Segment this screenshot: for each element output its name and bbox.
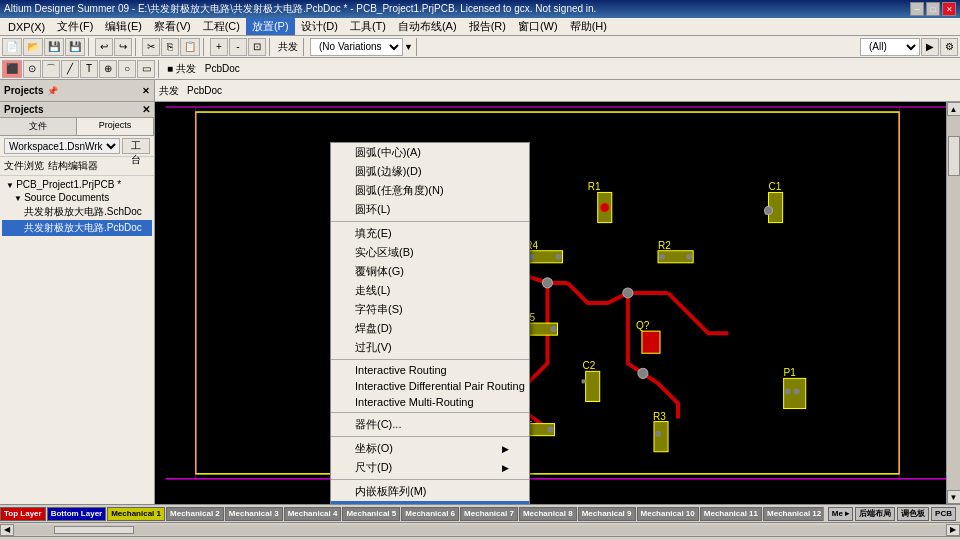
cm-diff-pair-routing[interactable]: Interactive Differential Pair Routing [331, 378, 529, 394]
lp-tab-files[interactable]: 文件 [0, 118, 77, 135]
layer-option3[interactable]: PCB [931, 507, 956, 521]
scroll-right-btn[interactable]: ▶ [946, 524, 960, 536]
menu-design[interactable]: 设计(D) [295, 18, 344, 35]
h-scrollbar[interactable]: ◀ ▶ [0, 522, 960, 536]
cm-polygon-pour[interactable]: 多边形数据(G)... [331, 501, 529, 504]
close-panel-icon[interactable]: ✕ [142, 86, 150, 96]
cm-dimension[interactable]: 尺寸(D)▶ [331, 458, 529, 477]
layer-mech1[interactable]: Mechanical 1 [107, 507, 165, 521]
cm-coordinate[interactable]: 坐标(O)▶ [331, 439, 529, 458]
all-dropdown[interactable]: (All) [860, 38, 920, 56]
toolbar-place1[interactable]: ⬛ [2, 60, 22, 78]
scroll-left-btn[interactable]: ◀ [0, 524, 14, 536]
layer-mech9[interactable]: Mechanical 9 [578, 507, 636, 521]
tree-sch-doc[interactable]: 共发射极放大电路.SchDoc [2, 204, 152, 220]
toolbar-zoom-in[interactable]: + [210, 38, 228, 56]
cm-interactive-routing[interactable]: Interactive Routing [331, 362, 529, 378]
cm-fill[interactable]: 填充(E) [331, 224, 529, 243]
scroll-down-btn[interactable]: ▼ [947, 490, 961, 504]
h-scroll-thumb[interactable] [54, 526, 134, 534]
cm-circle[interactable]: 圆环(L) [331, 200, 529, 219]
layer-mech4[interactable]: Mechanical 4 [284, 507, 342, 521]
cm-pad[interactable]: 焊盘(D) [331, 319, 529, 338]
toolbar-undo[interactable]: ↩ [95, 38, 113, 56]
menu-help[interactable]: 帮助(H) [564, 18, 613, 35]
toolbar-place8[interactable]: ▭ [137, 60, 155, 78]
menu-autoroute[interactable]: 自动布线(A) [392, 18, 463, 35]
toolbar-save-all[interactable]: 💾 [65, 38, 85, 56]
toolbar-place7[interactable]: ○ [118, 60, 136, 78]
layer-option1[interactable]: 后端布局 [855, 507, 895, 521]
toolbar-place4[interactable]: ╱ [61, 60, 79, 78]
cm-arc-center[interactable]: 圆弧(中心)(A) [331, 143, 529, 162]
menu-report[interactable]: 报告(R) [463, 18, 512, 35]
file-browse-btn[interactable]: 文件浏览 [4, 159, 44, 173]
pcb-canvas-area[interactable]: R1 C1 R2 R4 [155, 102, 960, 504]
menu-place[interactable]: 放置(P) [246, 18, 295, 35]
toolbar-save[interactable]: 💾 [44, 38, 64, 56]
scroll-up-btn[interactable]: ▲ [947, 102, 961, 116]
minimize-button[interactable]: ─ [910, 2, 924, 16]
struct-edit-btn[interactable]: 结构编辑器 [48, 159, 98, 173]
layer-bottom[interactable]: Bottom Layer [47, 507, 107, 521]
toolbar-redo[interactable]: ↪ [114, 38, 132, 56]
layer-mech10[interactable]: Mechanical 10 [637, 507, 699, 521]
h-scroll-track[interactable] [14, 525, 946, 535]
layer-more[interactable]: Me ▸ [828, 507, 853, 521]
scroll-thumb[interactable] [948, 136, 960, 176]
pin-icon[interactable]: 📌 [47, 86, 58, 96]
cm-component[interactable]: 器件(C)... [331, 415, 529, 434]
tree-source-docs[interactable]: Source Documents [2, 191, 152, 204]
panel-close-icon[interactable]: ✕ [142, 104, 150, 115]
menu-project[interactable]: 工程(C) [197, 18, 246, 35]
cm-arc-any[interactable]: 圆弧(任意角度)(N) [331, 181, 529, 200]
menu-tools[interactable]: 工具(T) [344, 18, 392, 35]
layer-mech8[interactable]: Mechanical 8 [519, 507, 577, 521]
toolbar-cut[interactable]: ✂ [142, 38, 160, 56]
layer-option2[interactable]: 调色板 [897, 507, 929, 521]
layer-mech5[interactable]: Mechanical 5 [342, 507, 400, 521]
toolbar-place3[interactable]: ⌒ [42, 60, 60, 78]
right-scrollbar[interactable]: ▲ ▼ [946, 102, 960, 504]
toolbar-place6[interactable]: ⊕ [99, 60, 117, 78]
cm-trace[interactable]: 走线(L) [331, 281, 529, 300]
toolbar-zoom-out[interactable]: - [229, 38, 247, 56]
variations-dropdown[interactable]: (No Variations [310, 38, 403, 56]
layer-mech6[interactable]: Mechanical 6 [401, 507, 459, 521]
menu-dxp[interactable]: DXP(X) [2, 20, 51, 34]
cm-solid-region[interactable]: 实心区域(B) [331, 243, 529, 262]
toolbar-paste[interactable]: 📋 [180, 38, 200, 56]
toolbar-place2[interactable]: ⊙ [23, 60, 41, 78]
layer-mech7[interactable]: Mechanical 7 [460, 507, 518, 521]
scroll-track[interactable] [947, 116, 961, 490]
toolbar-place5[interactable]: T [80, 60, 98, 78]
layer-mech11[interactable]: Mechanical 11 [700, 507, 762, 521]
cm-multi-routing[interactable]: Interactive Multi-Routing [331, 394, 529, 410]
layer-mech2[interactable]: Mechanical 2 [166, 507, 224, 521]
cm-via[interactable]: 过孔(V) [331, 338, 529, 357]
maximize-button[interactable]: □ [926, 2, 940, 16]
toolbar-settings[interactable]: ⚙ [940, 38, 958, 56]
tree-project[interactable]: PCB_Project1.PrjPCB * [2, 178, 152, 191]
toolbar-new[interactable]: 📄 [2, 38, 22, 56]
menu-window[interactable]: 窗口(W) [512, 18, 564, 35]
layer-top[interactable]: Top Layer [0, 507, 46, 521]
menu-view[interactable]: 察看(V) [148, 18, 197, 35]
cm-copper-pour[interactable]: 覆铜体(G) [331, 262, 529, 281]
tree-pcb-doc[interactable]: 共发射极放大电路.PcbDoc [2, 220, 152, 236]
toolbar-open[interactable]: 📂 [23, 38, 43, 56]
cm-string[interactable]: 字符串(S) [331, 300, 529, 319]
menu-file[interactable]: 文件(F) [51, 18, 99, 35]
layer-mech12[interactable]: Mechanical 12 [763, 507, 823, 521]
toolbar-copy[interactable]: ⎘ [161, 38, 179, 56]
menu-edit[interactable]: 编辑(E) [99, 18, 148, 35]
layer-mech3[interactable]: Mechanical 3 [225, 507, 283, 521]
cm-embedded-board[interactable]: 内嵌板阵列(M) [331, 482, 529, 501]
close-button[interactable]: ✕ [942, 2, 956, 16]
lp-tab-projects[interactable]: Projects [77, 118, 154, 135]
workspace-button[interactable]: 工台 [122, 138, 150, 154]
toolbar-arrow2[interactable]: ▶ [921, 38, 939, 56]
cm-arc-edge[interactable]: 圆弧(边缘)(D) [331, 162, 529, 181]
workspace-dropdown[interactable]: Workspace1.DsnWrk [4, 138, 120, 154]
toolbar-zoom-fit[interactable]: ⊡ [248, 38, 266, 56]
